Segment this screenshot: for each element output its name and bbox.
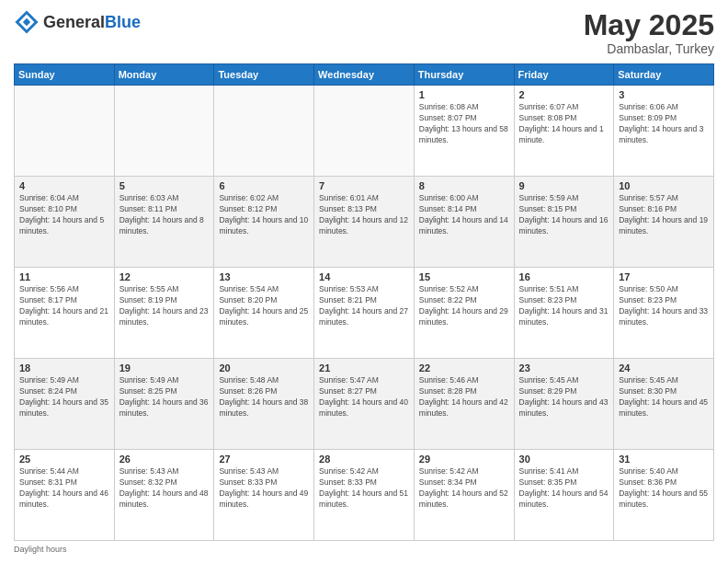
day-info: Sunrise: 5:40 AMSunset: 8:36 PMDaylight:… [619,466,709,511]
day-number: 21 [319,362,409,373]
logo-icon [14,9,40,35]
footer-note: Daylight hours [14,545,714,554]
calendar-week-4: 18Sunrise: 5:49 AMSunset: 8:24 PMDayligh… [15,359,714,450]
logo-blue-text: Blue [105,13,141,31]
day-number: 30 [519,454,609,465]
calendar-cell: 23Sunrise: 5:45 AMSunset: 8:29 PMDayligh… [514,359,614,450]
day-info: Sunrise: 6:04 AMSunset: 8:10 PMDaylight:… [19,193,109,237]
calendar-cell: 12Sunrise: 5:55 AMSunset: 8:19 PMDayligh… [114,268,214,359]
day-number: 14 [319,271,409,282]
day-info: Sunrise: 5:42 AMSunset: 8:34 PMDaylight:… [419,466,509,511]
day-info: Sunrise: 5:51 AMSunset: 8:23 PMDaylight:… [519,284,609,328]
day-number: 29 [419,454,509,465]
day-number: 31 [619,454,709,465]
day-info: Sunrise: 5:43 AMSunset: 8:33 PMDaylight:… [219,466,309,511]
day-info: Sunrise: 6:02 AMSunset: 8:12 PMDaylight:… [219,193,309,237]
day-number: 13 [219,271,309,282]
day-number: 15 [419,271,509,282]
col-header-monday: Monday [114,64,214,86]
day-info: Sunrise: 5:44 AMSunset: 8:31 PMDaylight:… [19,466,109,511]
calendar-cell: 26Sunrise: 5:43 AMSunset: 8:32 PMDayligh… [114,450,214,541]
calendar-cell: 25Sunrise: 5:44 AMSunset: 8:31 PMDayligh… [15,450,115,541]
day-info: Sunrise: 5:52 AMSunset: 8:22 PMDaylight:… [419,284,509,328]
calendar-cell: 10Sunrise: 5:57 AMSunset: 8:16 PMDayligh… [614,177,714,268]
day-number: 8 [419,180,509,191]
calendar-cell: 19Sunrise: 5:49 AMSunset: 8:25 PMDayligh… [114,359,214,450]
day-number: 24 [619,362,709,373]
calendar-week-2: 4Sunrise: 6:04 AMSunset: 8:10 PMDaylight… [15,177,714,268]
header: GeneralBlue May 2025 Dambaslar, Turkey [14,9,714,56]
col-header-sunday: Sunday [15,64,115,86]
day-info: Sunrise: 5:43 AMSunset: 8:32 PMDaylight:… [119,466,210,511]
day-info: Sunrise: 6:01 AMSunset: 8:13 PMDaylight:… [319,193,409,237]
calendar-cell: 5Sunrise: 6:03 AMSunset: 8:11 PMDaylight… [114,177,214,268]
day-info: Sunrise: 5:50 AMSunset: 8:23 PMDaylight:… [619,284,709,328]
calendar-cell: 24Sunrise: 5:45 AMSunset: 8:30 PMDayligh… [614,359,714,450]
day-info: Sunrise: 5:45 AMSunset: 8:29 PMDaylight:… [519,375,609,419]
day-number: 16 [519,271,609,282]
day-number: 11 [19,271,109,282]
day-number: 18 [19,362,109,373]
calendar-table: SundayMondayTuesdayWednesdayThursdayFrid… [14,63,714,541]
day-number: 2 [519,89,609,100]
calendar-cell [314,86,415,177]
calendar-cell: 17Sunrise: 5:50 AMSunset: 8:23 PMDayligh… [614,268,714,359]
day-info: Sunrise: 5:53 AMSunset: 8:21 PMDaylight:… [319,284,409,328]
title-month: May 2025 [584,9,714,41]
day-info: Sunrise: 5:47 AMSunset: 8:27 PMDaylight:… [319,375,409,419]
day-info: Sunrise: 5:46 AMSunset: 8:28 PMDaylight:… [419,375,509,419]
col-header-saturday: Saturday [614,64,714,86]
day-info: Sunrise: 5:41 AMSunset: 8:35 PMDaylight:… [519,466,609,511]
calendar-cell [114,86,214,177]
calendar-week-3: 11Sunrise: 5:56 AMSunset: 8:17 PMDayligh… [15,268,714,359]
day-info: Sunrise: 6:06 AMSunset: 8:09 PMDaylight:… [619,102,709,146]
calendar-cell [15,86,115,177]
calendar-cell: 21Sunrise: 5:47 AMSunset: 8:27 PMDayligh… [314,359,415,450]
day-info: Sunrise: 5:55 AMSunset: 8:19 PMDaylight:… [119,284,210,328]
calendar-header-row: SundayMondayTuesdayWednesdayThursdayFrid… [15,64,714,86]
calendar-cell: 30Sunrise: 5:41 AMSunset: 8:35 PMDayligh… [514,450,614,541]
day-info: Sunrise: 6:00 AMSunset: 8:14 PMDaylight:… [419,193,509,237]
calendar-cell: 16Sunrise: 5:51 AMSunset: 8:23 PMDayligh… [514,268,614,359]
col-header-thursday: Thursday [414,64,514,86]
day-number: 23 [519,362,609,373]
calendar-cell: 29Sunrise: 5:42 AMSunset: 8:34 PMDayligh… [414,450,514,541]
day-info: Sunrise: 5:49 AMSunset: 8:24 PMDaylight:… [19,375,109,419]
calendar-cell: 28Sunrise: 5:42 AMSunset: 8:33 PMDayligh… [314,450,415,541]
logo: GeneralBlue [14,9,141,35]
calendar-cell: 7Sunrise: 6:01 AMSunset: 8:13 PMDaylight… [314,177,415,268]
day-number: 17 [619,271,709,282]
day-number: 5 [119,180,210,191]
calendar-cell: 13Sunrise: 5:54 AMSunset: 8:20 PMDayligh… [214,268,314,359]
col-header-friday: Friday [514,64,614,86]
day-number: 10 [619,180,709,191]
title-location: Dambaslar, Turkey [584,41,714,56]
day-number: 28 [319,454,409,465]
day-number: 6 [219,180,309,191]
day-number: 19 [119,362,210,373]
day-number: 7 [319,180,409,191]
calendar-cell: 4Sunrise: 6:04 AMSunset: 8:10 PMDaylight… [15,177,115,268]
day-info: Sunrise: 5:48 AMSunset: 8:26 PMDaylight:… [219,375,309,419]
calendar-cell: 1Sunrise: 6:08 AMSunset: 8:07 PMDaylight… [414,86,514,177]
day-info: Sunrise: 5:57 AMSunset: 8:16 PMDaylight:… [619,193,709,237]
calendar-cell: 14Sunrise: 5:53 AMSunset: 8:21 PMDayligh… [314,268,415,359]
day-info: Sunrise: 5:56 AMSunset: 8:17 PMDaylight:… [19,284,109,328]
day-info: Sunrise: 5:54 AMSunset: 8:20 PMDaylight:… [219,284,309,328]
day-info: Sunrise: 6:07 AMSunset: 8:08 PMDaylight:… [519,102,609,146]
calendar-cell: 3Sunrise: 6:06 AMSunset: 8:09 PMDaylight… [614,86,714,177]
col-header-wednesday: Wednesday [314,64,415,86]
day-info: Sunrise: 5:59 AMSunset: 8:15 PMDaylight:… [519,193,609,237]
day-info: Sunrise: 5:42 AMSunset: 8:33 PMDaylight:… [319,466,409,511]
calendar-week-5: 25Sunrise: 5:44 AMSunset: 8:31 PMDayligh… [15,450,714,541]
calendar-cell: 31Sunrise: 5:40 AMSunset: 8:36 PMDayligh… [614,450,714,541]
day-number: 3 [619,89,709,100]
day-number: 9 [519,180,609,191]
day-info: Sunrise: 5:45 AMSunset: 8:30 PMDaylight:… [619,375,709,419]
day-info: Sunrise: 6:03 AMSunset: 8:11 PMDaylight:… [119,193,210,237]
day-number: 25 [19,454,109,465]
day-number: 1 [419,89,509,100]
calendar-cell: 27Sunrise: 5:43 AMSunset: 8:33 PMDayligh… [214,450,314,541]
calendar-cell: 18Sunrise: 5:49 AMSunset: 8:24 PMDayligh… [15,359,115,450]
calendar-cell: 2Sunrise: 6:07 AMSunset: 8:08 PMDaylight… [514,86,614,177]
